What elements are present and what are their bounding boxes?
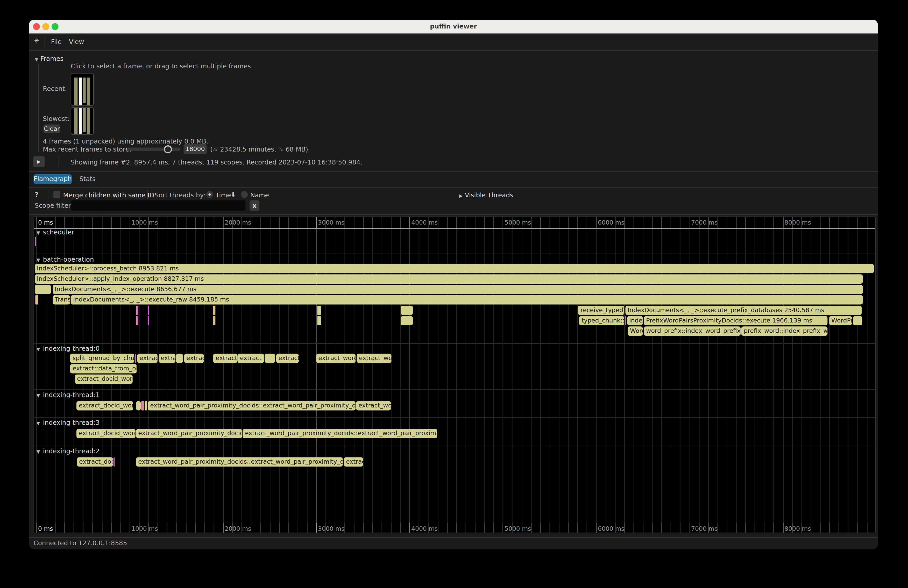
ruler-tick [391, 523, 391, 533]
frame-info-divider [58, 156, 58, 167]
scope-bar[interactable]: receive_typed_ [578, 306, 624, 315]
menu-view[interactable]: View [69, 38, 84, 46]
scope-bar[interactable] [136, 401, 141, 411]
time-tick-label: 8000 ms [784, 219, 811, 226]
flamegraph-canvas[interactable]: 0 ms0 ms1000 ms1000 ms2000 ms2000 ms3000… [34, 217, 876, 533]
scope-bar[interactable]: extract_word_pair_proximity_docids::extr… [148, 401, 355, 411]
ruler-tick [120, 523, 121, 533]
ruler-tick [736, 217, 736, 228]
time-tick-label: 5000 ms [504, 219, 531, 226]
menu-file[interactable]: File [51, 38, 62, 46]
ruler-tick [661, 217, 662, 228]
scope-bar[interactable]: index [627, 316, 643, 325]
scope-bar[interactable] [136, 316, 137, 325]
thread-header-indexing-thread:1[interactable]: ▼indexing-thread:1 [37, 391, 100, 399]
visible-threads-header[interactable]: ▶ Visible Threads [459, 192, 513, 200]
scope-bar[interactable] [400, 306, 413, 315]
scope-bar[interactable] [317, 316, 321, 325]
scope-bar[interactable]: extra [158, 353, 175, 363]
scope-bar[interactable]: IndexScheduler>::apply_index_operation 8… [34, 274, 863, 284]
scope-bar[interactable] [853, 316, 862, 325]
scope-bar[interactable] [142, 401, 144, 411]
ruler-tick [279, 523, 279, 533]
recent-frames-thumbnail[interactable] [71, 73, 94, 106]
sort-time-radio[interactable] [206, 191, 213, 198]
ruler-tick [642, 523, 643, 533]
scope-bar[interactable]: IndexDocuments<_, _>::execute_prefix_dat… [625, 306, 861, 315]
slowest-frames-thumbnail[interactable] [71, 107, 94, 135]
ruler-tick [353, 523, 354, 533]
scope-bar[interactable] [148, 316, 148, 325]
scope-bar[interactable]: extract [137, 353, 158, 363]
scope-bar[interactable] [213, 306, 216, 315]
scope-bar[interactable] [137, 306, 138, 315]
ruler-tick [260, 217, 261, 228]
scope-bar[interactable] [135, 353, 136, 363]
thread-header-indexing-thread:0[interactable]: ▼indexing-thread:0 [37, 345, 100, 353]
scope-bar[interactable] [148, 306, 148, 315]
scope-bar[interactable]: Trans [52, 295, 70, 305]
scope-bar[interactable] [625, 316, 626, 325]
scope-bar[interactable]: extract_word_pair_proximity_docids::extr… [136, 457, 343, 466]
frames-section-header[interactable]: ▼ Frames [35, 55, 63, 63]
clear-filter-button[interactable]: x [250, 200, 259, 210]
sort-direction-arrow-icon[interactable]: ⬇ [230, 191, 236, 198]
scope-bar[interactable]: prefix_word::index_prefix_wo [741, 326, 828, 336]
scope-bar[interactable] [137, 316, 138, 325]
max-frames-slider[interactable] [127, 148, 180, 151]
scope-bar[interactable]: extract_word [316, 353, 356, 363]
slider-knob[interactable] [164, 145, 172, 153]
scope-bar[interactable]: WordPr [829, 316, 852, 325]
scope-filter-input[interactable] [71, 200, 246, 210]
ruler-tick [587, 217, 587, 228]
thread-header-indexing-thread:2[interactable]: ▼indexing-thread:2 [37, 447, 100, 455]
scope-bar[interactable]: extract_docid_word [76, 401, 133, 411]
scope-bar[interactable] [35, 237, 35, 246]
scope-bar[interactable]: Word [628, 326, 643, 336]
thread-header-indexing-thread:3[interactable]: ▼indexing-thread:3 [37, 419, 100, 427]
scope-bar[interactable]: word_prefix::index_word_prefix_ [644, 326, 741, 336]
scope-bar[interactable] [145, 401, 147, 411]
scope-bar[interactable]: extract_wo [356, 401, 391, 411]
scope-bar[interactable]: extract_doc [77, 457, 113, 466]
play-button[interactable]: ▶ [33, 156, 45, 167]
scope-bar[interactable]: extrac [184, 353, 204, 363]
max-frames-value[interactable]: 18000 [184, 144, 206, 154]
scope-bar[interactable]: IndexDocuments<_, _>::execute 8656.677 m… [52, 285, 863, 294]
scope-bar[interactable]: extract_word_pair_proximity_docids::extr… [243, 429, 437, 438]
tab-stats[interactable]: Stats [79, 175, 96, 183]
scope-bar[interactable] [213, 316, 216, 325]
scope-bar[interactable]: extract [276, 353, 298, 363]
scope-bar[interactable]: extract_docid_word [76, 429, 135, 438]
scope-bar[interactable]: extract_ [238, 353, 264, 363]
scope-bar[interactable]: extract_docid_word [75, 374, 133, 384]
scope-bar[interactable]: IndexScheduler>::process_batch 8953.821 … [34, 264, 874, 273]
thread-header-scheduler[interactable]: ▼scheduler [37, 229, 74, 236]
sort-name-radio[interactable] [241, 191, 248, 198]
tab-flamegraph[interactable]: Flamegraph [34, 174, 72, 184]
scope-bar[interactable]: extract::data_from_ob [70, 364, 137, 374]
scope-bar[interactable]: split_grenad_by_chun [70, 353, 135, 363]
scope-bar[interactable] [34, 285, 51, 294]
scope-bar[interactable]: PrefixWordPairsProximityDocids::execute … [644, 316, 828, 325]
scope-bar[interactable] [35, 295, 39, 305]
thread-header-batch-operation[interactable]: ▼batch-operation [37, 256, 94, 263]
scope-bar[interactable]: typed_chunk::w [579, 316, 624, 325]
scope-bar[interactable]: extrac [344, 457, 363, 466]
scope-bar[interactable] [136, 306, 137, 315]
scope-bar[interactable] [317, 306, 321, 315]
scope-bar[interactable] [114, 457, 114, 466]
time-tick-label: 5000 ms [504, 525, 531, 532]
help-button[interactable]: ? [35, 191, 39, 198]
scope-bar[interactable]: extract_word_pair_proximity_docids [136, 429, 242, 438]
scope-bar[interactable] [265, 353, 275, 363]
scope-bar[interactable] [176, 353, 183, 363]
clear-button[interactable]: Clear [43, 124, 60, 133]
theme-icon[interactable]: ✳ [34, 37, 40, 45]
ruler-tick [755, 217, 755, 228]
scope-bar[interactable]: extract_ [213, 353, 237, 363]
scope-bar[interactable]: extract_wo [357, 353, 391, 363]
scope-bar[interactable]: IndexDocuments<_, _>::execute_raw 8459.1… [71, 295, 863, 305]
scope-bar[interactable] [400, 316, 413, 325]
merge-children-checkbox[interactable] [53, 191, 60, 198]
